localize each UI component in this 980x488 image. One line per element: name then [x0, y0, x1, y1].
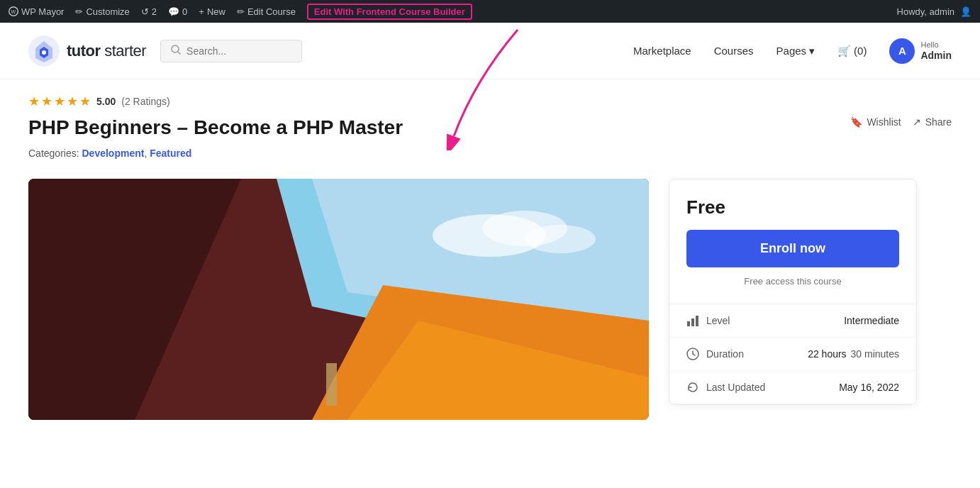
- detail-value-updated: May 16, 2022: [839, 382, 899, 393]
- svg-point-16: [525, 225, 596, 253]
- course-title-area: PHP Beginners – Become a PHP Master Cate…: [28, 116, 403, 165]
- svg-rect-17: [326, 363, 337, 406]
- share-icon: ↗: [913, 116, 921, 128]
- svg-rect-19: [691, 318, 694, 326]
- star-1: ★: [28, 94, 40, 109]
- course-meta-row: PHP Beginners – Become a PHP Master Cate…: [28, 116, 952, 165]
- enroll-button[interactable]: Enroll now: [686, 230, 899, 267]
- admin-name: Admin: [920, 50, 952, 62]
- refresh-icon: [686, 381, 699, 394]
- admin-bar-wp-mayor[interactable]: W WP Mayor: [9, 6, 64, 17]
- admin-bar: W WP Mayor ✏ Customize ↺ 2 💬 0 + New ✏ E…: [0, 0, 980, 23]
- price-label: Free: [686, 196, 899, 218]
- star-2: ★: [41, 94, 52, 109]
- admin-bar-edit-frontend[interactable]: Edit With Frontend Course Builder: [307, 4, 472, 20]
- admin-bar-customize[interactable]: ✏ Customize: [75, 6, 129, 17]
- course-header: ★ ★ ★ ★ ★ 5.00 (2 Ratings) PHP Beginners…: [28, 94, 952, 165]
- level-icon: [686, 314, 699, 327]
- admin-bar-right: Howdy, admin 👤: [897, 6, 971, 17]
- detail-label-updated: Last Updated: [686, 381, 765, 394]
- sidebar-details: Level Intermediate Duration: [669, 304, 916, 404]
- star-rating: ★ ★ ★ ★ ★: [28, 94, 91, 109]
- detail-label-level: Level: [686, 314, 730, 327]
- detail-value-level: Intermediate: [844, 315, 899, 326]
- pencil-icon: ✏: [75, 6, 83, 17]
- sidebar-price-section: Free Enroll now Free access this course: [669, 179, 916, 304]
- star-5: ★: [79, 94, 91, 109]
- wishlist-button[interactable]: 🔖 Wishlist: [850, 116, 901, 128]
- clock-icon: [686, 348, 699, 360]
- sidebar-card: Free Enroll now Free access this course …: [669, 179, 917, 405]
- admin-bar-new[interactable]: + New: [199, 6, 225, 17]
- nav-courses[interactable]: Courses: [714, 45, 754, 57]
- site-header: tutor starter Marketplace Courses Pages …: [0, 23, 980, 79]
- course-sidebar: Free Enroll now Free access this course …: [669, 179, 917, 420]
- course-image: [28, 179, 649, 420]
- detail-row-duration: Duration 22 hours 30 minutes: [669, 338, 916, 371]
- hello-text: Hello: [920, 40, 952, 50]
- revisions-count: 2: [152, 6, 157, 17]
- comments-count: 0: [182, 6, 187, 17]
- detail-row-updated: Last Updated May 16, 2022: [669, 371, 916, 404]
- user-section[interactable]: A Hello Admin: [889, 38, 952, 64]
- star-4: ★: [67, 94, 78, 109]
- detail-label-duration: Duration: [686, 348, 744, 360]
- logo-text: tutor starter: [67, 42, 146, 60]
- wishlist-icon: 🔖: [850, 116, 862, 128]
- site-nav: Marketplace Courses Pages ▾ 🛒 (0) A Hell…: [633, 38, 952, 64]
- course-rating: ★ ★ ★ ★ ★ 5.00 (2 Ratings): [28, 94, 952, 109]
- course-title: PHP Beginners – Become a PHP Master: [28, 116, 403, 139]
- chevron-down-icon: ▾: [809, 45, 815, 57]
- svg-line-6: [178, 52, 180, 54]
- plus-icon: +: [199, 6, 204, 17]
- cart-icon: 🛒: [837, 45, 851, 57]
- svg-rect-20: [696, 316, 698, 326]
- comments-icon: 💬: [168, 6, 179, 17]
- course-layout: Free Enroll now Free access this course …: [28, 179, 952, 420]
- course-actions-top: 🔖 Wishlist ↗ Share: [850, 116, 952, 128]
- nav-marketplace[interactable]: Marketplace: [633, 45, 691, 57]
- edit-course-label: Edit Course: [247, 6, 296, 17]
- rating-value: 5.00: [96, 96, 116, 107]
- nav-pages[interactable]: Pages ▾: [776, 45, 815, 57]
- search-input[interactable]: [186, 45, 291, 57]
- admin-bar-revisions[interactable]: ↺ 2: [141, 6, 157, 17]
- main-content: ★ ★ ★ ★ ★ 5.00 (2 Ratings) PHP Beginners…: [0, 79, 980, 448]
- svg-text:W: W: [11, 9, 16, 14]
- category-development[interactable]: Development: [82, 148, 144, 159]
- rating-count: (2 Ratings): [121, 96, 169, 107]
- edit-icon: ✏: [237, 6, 245, 17]
- course-categories: Categories: Development, Featured: [28, 148, 403, 159]
- admin-bar-comments[interactable]: 💬 0: [168, 6, 187, 17]
- site-logo[interactable]: tutor starter: [28, 35, 146, 67]
- admin-bar-edit-course[interactable]: ✏ Edit Course: [237, 6, 296, 17]
- admin-bar-left: W WP Mayor ✏ Customize ↺ 2 💬 0 + New ✏ E…: [9, 4, 472, 20]
- search-box[interactable]: [160, 40, 302, 62]
- star-3: ★: [54, 94, 65, 109]
- share-button[interactable]: ↗ Share: [913, 116, 952, 128]
- free-access-text: Free access this course: [686, 276, 899, 287]
- user-icon: 👤: [960, 6, 971, 17]
- detail-value-duration: 22 hours 30 minutes: [808, 348, 899, 360]
- customize-label: Customize: [86, 6, 129, 17]
- svg-point-4: [42, 50, 46, 55]
- course-image-area: [28, 179, 649, 420]
- svg-rect-18: [687, 321, 690, 326]
- course-image-svg: [28, 179, 649, 420]
- detail-row-level: Level Intermediate: [669, 304, 916, 338]
- avatar: A: [889, 38, 915, 64]
- user-info: Hello Admin: [920, 40, 952, 62]
- nav-cart[interactable]: 🛒 (0): [837, 45, 867, 57]
- revisions-icon: ↺: [141, 6, 149, 17]
- wp-mayor-label: WP Mayor: [21, 6, 64, 17]
- new-label: New: [207, 6, 225, 17]
- search-icon: [171, 45, 181, 57]
- svg-line-23: [693, 354, 695, 355]
- edit-frontend-label: Edit With Frontend Course Builder: [314, 6, 465, 17]
- category-featured[interactable]: Featured: [150, 148, 191, 159]
- howdy-text: Howdy, admin: [897, 6, 954, 17]
